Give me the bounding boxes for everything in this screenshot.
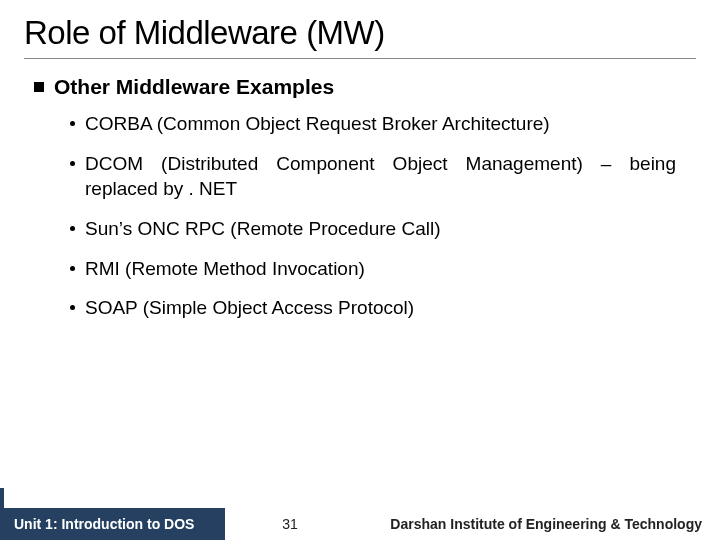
bullet-text: SOAP (Simple Object Access Protocol) (85, 295, 676, 321)
dot-bullet-icon (70, 305, 75, 310)
list-item: RMI (Remote Method Invocation) (70, 256, 676, 282)
dot-bullet-icon (70, 161, 75, 166)
footer-page-number: 31 (225, 516, 355, 532)
square-bullet-icon (34, 82, 44, 92)
footer-institute: Darshan Institute of Engineering & Techn… (355, 516, 720, 532)
section-heading: Other Middleware Examples (34, 75, 696, 99)
bullet-text: DCOM (Distributed Component Object Manag… (85, 151, 676, 202)
footer-unit: Unit 1: Introduction to DOS (0, 508, 225, 540)
accent-bar (0, 488, 4, 508)
bullet-list: CORBA (Common Object Request Broker Arch… (70, 111, 676, 321)
bullet-text: Sun’s ONC RPC (Remote Procedure Call) (85, 216, 676, 242)
list-item: CORBA (Common Object Request Broker Arch… (70, 111, 676, 137)
section-heading-text: Other Middleware Examples (54, 75, 334, 99)
dot-bullet-icon (70, 266, 75, 271)
slide-title: Role of Middleware (MW) (24, 14, 696, 59)
footer: Unit 1: Introduction to DOS 31 Darshan I… (0, 508, 720, 540)
dot-bullet-icon (70, 121, 75, 126)
dot-bullet-icon (70, 226, 75, 231)
list-item: Sun’s ONC RPC (Remote Procedure Call) (70, 216, 676, 242)
bullet-text: CORBA (Common Object Request Broker Arch… (85, 111, 676, 137)
bullet-text: RMI (Remote Method Invocation) (85, 256, 676, 282)
list-item: SOAP (Simple Object Access Protocol) (70, 295, 676, 321)
slide: Role of Middleware (MW) Other Middleware… (0, 0, 720, 540)
list-item: DCOM (Distributed Component Object Manag… (70, 151, 676, 202)
